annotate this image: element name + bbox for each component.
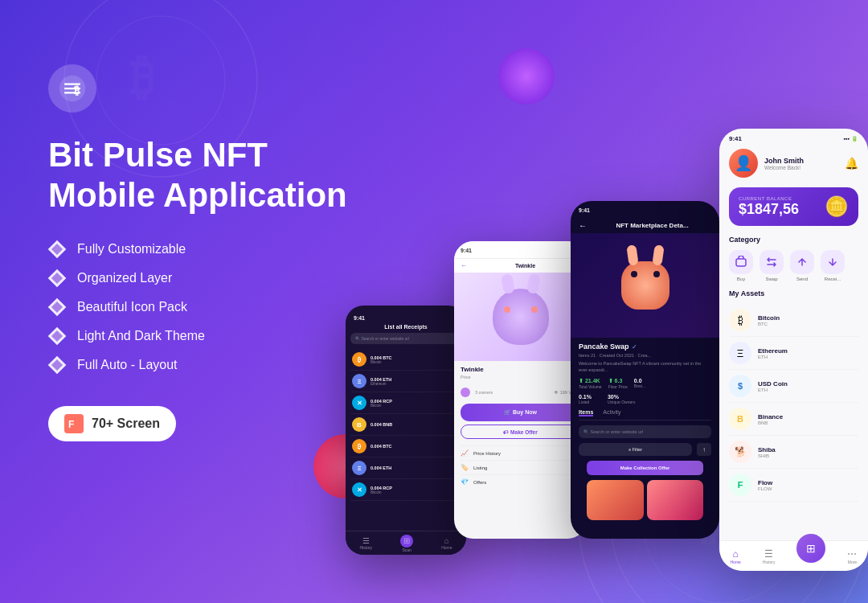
phone1-nav-history[interactable]: ☰ History [360,536,373,550]
phone3-search[interactable]: 🔍 Search or enter website url [579,425,711,438]
nft-ear-left [501,273,515,294]
phone3-unique-owners: 30% Unique Owners [608,394,635,404]
phone1-nav-scan[interactable]: ⊞ Scan [400,535,413,552]
phone2-link-offers[interactable]: 💎 Offers [461,474,580,489]
ethereum-name: Ethereum [758,347,858,355]
screen-badge[interactable]: F 70+ Screen [48,406,176,441]
phone2-buy-btn[interactable]: 🛒 Buy Now [461,404,580,421]
phone1-content: 9:41 List all Receipts 🔍 Search or enter… [346,306,466,507]
phone4-asset-flow[interactable]: F Flow FLOW [729,469,858,502]
title-line1: Bit Pulse NFT [48,136,268,174]
phone4-asset-binance[interactable]: B Binance BNB [729,403,858,436]
phone4-cat-receive[interactable]: Recei... [821,250,845,281]
feature-icon-4 [48,327,66,345]
phone4-nav-history[interactable]: ☰ History [763,548,776,564]
phone2-time: 9:41 [461,248,580,253]
home-nav-label: Home [731,560,741,564]
phone4-nav-scan[interactable]: ⊞ [796,542,825,571]
svg-rect-14 [736,259,746,266]
phone1-search[interactable]: 🔍 Search or enter website url [350,333,461,344]
figma-icon: F [64,414,84,433]
phone-4-white-wallet: 9:41 ▪▪▪ 🔋 👤 John Smith Welcome Back! 🔔 … [719,129,868,571]
phone3-filter-btn[interactable]: ≡ Filter [579,443,692,456]
ethereum-asset-icon: Ξ [729,342,751,364]
coin-info-5: 0.004 BTC [371,444,460,449]
scan-btn[interactable]: ⊞ [796,534,825,563]
diamond-icon-2 [48,269,67,287]
phone3-nft-name: Pancake Swap [579,343,629,351]
bunny-ear-right [652,244,664,265]
receive-category-icon [821,250,845,274]
phone4-asset-usdcoin[interactable]: $ USD Coin ETH [729,370,858,403]
usdcoin-code: ETH [758,388,858,392]
offers-label: Offers [473,480,486,485]
phone3-back-arrow[interactable]: ← [579,221,587,230]
bnb-icon: B [352,417,366,432]
phone3-tab-items[interactable]: Items [579,409,593,416]
phone1-search-text: 🔍 Search or enter website url [355,336,409,341]
main-title: Bit Pulse NFT Mobile Application [48,135,354,216]
phone2-link-listing[interactable]: 🏷️ Listing [461,460,580,474]
phone4-status-icons: ▪▪▪ 🔋 [844,136,858,142]
ethereum-asset-info: Ethereum ETH [758,347,858,359]
phone2-nft-info: Twinkle Price [454,361,587,384]
logo-area: ₿ [48,64,354,113]
phone2-title: Twinkle [470,263,580,269]
flow-name: Flow [758,479,858,486]
phone3-tab-activity[interactable]: Activity [603,409,620,416]
phone2-make-offer-btn[interactable]: 🏷 Make Offer [461,425,580,439]
shiba-code: SHIB [758,453,858,458]
receive-category-label: Recei... [825,277,841,281]
screen-badge-text: 70+ Screen [92,416,160,431]
phone3-nft-grid [579,475,711,525]
phone4-assets-title: My Assets [729,289,858,297]
xrp-icon-2: ✕ [352,482,366,497]
phone4-header: 👤 John Smith Welcome Back! 🔔 [719,146,868,184]
phone2-back-arrow[interactable]: ← [461,262,467,269]
phone1-nav: ☰ History ⊞ Scan ⌂ Home [346,531,466,555]
phone4-balance-info: CURRENT BALANCE $1847,56 [739,196,799,218]
phone4-nav-home[interactable]: ⌂ Home [731,548,741,564]
send-icon [796,256,809,269]
phone4-nav-bar: ⌂ Home ☰ History ⊞ ⋯ More [719,540,868,571]
nft-ear-right [526,273,541,294]
phone4-category-section: Category Buy Swap [719,232,868,286]
diamond-icon-5 [48,355,67,374]
phone3-stat-best: 0.0 Best... [634,378,645,389]
phone2-nft-image [454,273,587,361]
phone4-asset-shiba[interactable]: 🐕 Shiba SHIB [729,436,858,469]
bunny-eye-left [631,271,637,277]
phone4-nav-more[interactable]: ⋯ More [847,548,857,564]
bitcoin-asset-info: Bitcoin BTC [758,314,858,326]
title-line2: Mobile Application [48,176,347,214]
phone3-tabs: Items Activity [579,409,711,420]
phone4-cat-swap[interactable]: Swap [760,250,784,281]
phone4-notification-icon[interactable]: 🔔 [845,157,858,170]
buy-category-label: Buy [737,277,745,281]
pancake-bunny-container [605,245,686,326]
phone1-item-5: ₿ 0.004 BTC [350,436,461,457]
phone2-link-price-history[interactable]: 📈 Price History [461,445,580,460]
feature-icon-5 [48,356,66,374]
phone4-cat-buy[interactable]: Buy [729,250,753,281]
phone3-header: ← NFT Marketplace Deta... [571,215,719,233]
phone1-nav-home[interactable]: ⌂ Home [441,536,452,550]
phone3-collection-btn[interactable]: Make Collection Offer [587,461,703,475]
phone3-stat-volume: ⬆ 21.4K Total Volume [579,378,602,389]
history-nav-icon: ☰ [763,548,776,560]
phone4-asset-bitcoin[interactable]: ₿ Bitcoin BTC [729,304,858,337]
feature-label-2: Organized Layer [77,271,172,285]
phone4-asset-ethereum[interactable]: Ξ Ethereum ETH [729,337,858,370]
offers-icon: 💎 [461,478,469,486]
phone-2-light-nft: 9:41 ← Twinkle Twinkle Price 3 owners 👁 … [454,241,587,539]
coin-info-3: 0.004 RCP Bitcoin [371,399,460,408]
phone3-stat-floor: ⬆ 6.3 Floor Price [608,378,628,389]
phone4-balance-value: $1847,56 [739,201,799,218]
phone4-cat-send[interactable]: Send [790,250,814,281]
bitcoin-name: Bitcoin [758,314,858,322]
phone3-listed-pct: 0.1% Listed [579,394,592,404]
phone3-sort-btn[interactable]: ↑ [697,443,711,456]
phone3-status-bar: 9:41 [571,201,719,215]
coin-info-1: 0.004 BTC Bitcoin [371,355,460,364]
diamond-icon-3 [48,297,67,316]
